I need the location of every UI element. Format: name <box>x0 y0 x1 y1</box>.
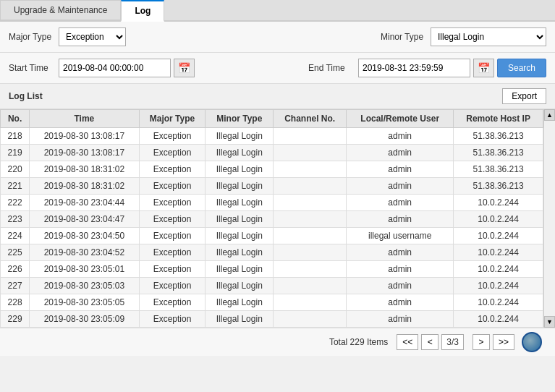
table-cell: 227 <box>1 278 30 294</box>
next-page-button[interactable]: > <box>473 334 490 350</box>
table-cell: 2019-08-30 13:08:17 <box>30 145 139 161</box>
table-row: 2282019-08-30 23:05:05ExceptionIllegal L… <box>1 294 543 311</box>
table-cell: admin <box>347 128 454 145</box>
table-cell <box>274 244 347 261</box>
table-cell: 51.38.36.213 <box>454 128 543 145</box>
table-row: 2262019-08-30 23:05:01ExceptionIllegal L… <box>1 261 543 278</box>
table-area: No. Time Major Type Minor Type Channel N… <box>0 109 555 328</box>
table-cell: 223 <box>1 211 30 228</box>
end-time-input[interactable] <box>358 59 470 77</box>
table-cell: 218 <box>1 128 30 145</box>
table-cell <box>274 294 347 311</box>
scroll-track <box>544 121 555 316</box>
table-cell: 51.38.36.213 <box>454 145 543 161</box>
table-cell: 229 <box>1 311 30 328</box>
export-button[interactable]: Export <box>502 88 546 104</box>
table-cell: 2019-08-30 23:04:44 <box>30 195 139 211</box>
table-cell: 2019-08-30 23:04:47 <box>30 211 139 228</box>
table-row: 2222019-08-30 23:04:44ExceptionIllegal L… <box>1 195 543 211</box>
table-cell <box>274 211 347 228</box>
table-cell: 2019-08-30 23:05:09 <box>30 311 139 328</box>
col-time: Time <box>30 110 139 128</box>
table-cell: admin <box>347 311 454 328</box>
table-cell: admin <box>347 195 454 211</box>
major-type-select[interactable]: ExceptionOperationInformation <box>59 27 126 46</box>
table-cell: 2019-08-30 23:05:01 <box>30 261 139 278</box>
table-wrapper: No. Time Major Type Minor Type Channel N… <box>0 109 543 328</box>
table-cell: Exception <box>139 244 206 261</box>
table-cell: 2019-08-30 23:04:52 <box>30 244 139 261</box>
tab-log[interactable]: Log <box>121 0 164 22</box>
scroll-up-button[interactable]: ▲ <box>544 109 555 121</box>
start-time-label: Start Time <box>9 63 56 73</box>
table-row: 2202019-08-30 18:31:02ExceptionIllegal L… <box>1 161 543 178</box>
tab-upgrade-maintenance[interactable]: Upgrade & Maintenance <box>0 0 121 20</box>
table-cell: Illegal Login <box>206 311 274 328</box>
table-cell: 2019-08-30 23:05:05 <box>30 294 139 311</box>
end-time-calendar-button[interactable]: 📅 <box>473 59 494 77</box>
col-channel: Channel No. <box>274 110 347 128</box>
vertical-scrollbar: ▲ ▼ <box>543 109 555 328</box>
major-type-group: Major Type ExceptionOperationInformation <box>9 27 126 46</box>
record-status-icon <box>522 332 542 352</box>
start-time-group: Start Time 📅 <box>9 59 195 77</box>
table-cell: Exception <box>139 128 206 145</box>
table-cell: Exception <box>139 195 206 211</box>
table-cell <box>274 311 347 328</box>
table-cell: admin <box>347 145 454 161</box>
table-row: 2182019-08-30 13:08:17ExceptionIllegal L… <box>1 128 543 145</box>
table-cell: Exception <box>139 178 206 195</box>
start-time-input[interactable] <box>59 59 171 77</box>
table-cell: admin <box>347 278 454 294</box>
table-cell <box>274 128 347 145</box>
table-cell: Illegal Login <box>206 294 274 311</box>
table-row: 2242019-08-30 23:04:50ExceptionIllegal L… <box>1 228 543 244</box>
table-cell <box>274 195 347 211</box>
scroll-down-button[interactable]: ▼ <box>544 316 555 328</box>
footer-bar: Total 229 Items << < 3/3 > >> <box>0 328 555 356</box>
table-cell: 10.0.2.244 <box>454 278 543 294</box>
filter-row-2: Start Time 📅 End Time 📅 Search <box>0 53 555 84</box>
table-row: 2192019-08-30 13:08:17ExceptionIllegal L… <box>1 145 543 161</box>
table-cell: 10.0.2.244 <box>454 311 543 328</box>
table-header-row: No. Time Major Type Minor Type Channel N… <box>1 110 543 128</box>
table-cell: 226 <box>1 261 30 278</box>
table-cell: 10.0.2.244 <box>454 228 543 244</box>
table-cell: Illegal Login <box>206 145 274 161</box>
minor-type-group: Minor Type Illegal LoginAll <box>381 27 546 46</box>
major-type-label: Major Type <box>9 32 56 42</box>
table-cell: 10.0.2.244 <box>454 261 543 278</box>
table-cell <box>274 261 347 278</box>
table-cell: Exception <box>139 261 206 278</box>
table-cell: 2019-08-30 13:08:17 <box>30 128 139 145</box>
filter-row-1: Major Type ExceptionOperationInformation… <box>0 22 555 53</box>
last-page-button[interactable]: >> <box>493 334 514 350</box>
page-indicator: 3/3 <box>441 334 464 350</box>
first-page-button[interactable]: << <box>397 334 418 350</box>
table-cell: Exception <box>139 211 206 228</box>
table-cell: 10.0.2.244 <box>454 294 543 311</box>
minor-type-select[interactable]: Illegal LoginAll <box>431 27 546 46</box>
table-cell: illegal username <box>347 228 454 244</box>
table-cell: 10.0.2.244 <box>454 244 543 261</box>
table-cell: Illegal Login <box>206 228 274 244</box>
table-row: 2232019-08-30 23:04:47ExceptionIllegal L… <box>1 211 543 228</box>
table-cell: 2019-08-30 23:05:03 <box>30 278 139 294</box>
col-ip: Remote Host IP <box>454 110 543 128</box>
table-cell: Illegal Login <box>206 128 274 145</box>
search-button[interactable]: Search <box>497 59 546 77</box>
table-cell: admin <box>347 294 454 311</box>
col-major-type: Major Type <box>139 110 206 128</box>
table-cell: Illegal Login <box>206 278 274 294</box>
table-cell: 225 <box>1 244 30 261</box>
table-cell <box>274 228 347 244</box>
table-row: 2252019-08-30 23:04:52ExceptionIllegal L… <box>1 244 543 261</box>
table-cell: 10.0.2.244 <box>454 211 543 228</box>
table-row: 2272019-08-30 23:05:03ExceptionIllegal L… <box>1 278 543 294</box>
table-cell <box>274 278 347 294</box>
total-items-label: Total 229 Items <box>329 337 388 347</box>
table-cell: Illegal Login <box>206 195 274 211</box>
start-time-calendar-button[interactable]: 📅 <box>174 59 195 77</box>
prev-page-button[interactable]: < <box>421 334 439 350</box>
table-cell: Illegal Login <box>206 244 274 261</box>
